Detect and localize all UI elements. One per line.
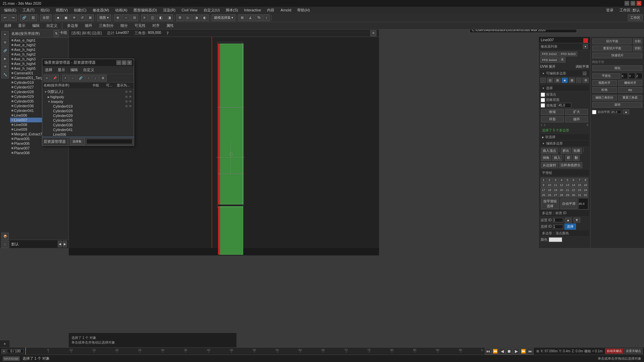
display-icon[interactable]: 👁 <box>1 63 9 70</box>
smooth-num-23[interactable]: 23 <box>577 188 582 192</box>
tb2-align[interactable]: 对齐 <box>150 22 162 29</box>
res-item[interactable]: Cylinder035 <box>42 118 134 123</box>
smooth-num-30[interactable]: 30 <box>571 193 576 197</box>
smooth-num-29[interactable]: 29 <box>565 193 571 197</box>
percent-snap[interactable]: % <box>255 14 263 21</box>
elem-mode-btn[interactable]: ⊠ <box>569 78 575 83</box>
outline-btn[interactable]: 轮廓 <box>572 148 582 154</box>
hinge-btn[interactable]: 沿样条线挤出 <box>559 162 582 168</box>
smooth-num-11[interactable]: 11 <box>553 183 558 187</box>
smooth-num-13[interactable]: 13 <box>565 183 571 187</box>
viewport-icon[interactable]: □ <box>1 241 9 248</box>
bevel-btn[interactable]: 倒角 <box>541 155 551 161</box>
select-by-vertex[interactable]: · <box>576 78 581 83</box>
res-link-btn[interactable]: 🔗 <box>76 75 85 81</box>
smooth-num-26[interactable]: 26 <box>547 193 552 197</box>
flip-btn[interactable]: 翻 <box>573 155 580 161</box>
smooth-num-2[interactable]: 2 <box>547 178 552 182</box>
smooth-num-10[interactable]: 10 <box>547 183 552 187</box>
view-dropdown[interactable]: 视图 ▾ <box>97 14 111 21</box>
res-settings-btn[interactable]: ⚙ <box>99 75 107 81</box>
stop-btn[interactable]: ⏹ <box>506 348 513 355</box>
redo-tri-btn[interactable]: 重置三角基 <box>618 95 643 101</box>
res-add-btn[interactable]: + <box>62 75 68 81</box>
menu-customize[interactable]: 自定义(U) <box>201 7 222 13</box>
view-align-btn[interactable]: 视图对齐 <box>592 80 617 86</box>
goto-start-btn[interactable]: ⏮ <box>485 348 491 355</box>
res-menu-customize[interactable]: 自定义 <box>82 67 96 73</box>
scene-sort-btn[interactable]: ⇅ <box>54 30 59 37</box>
material-btn[interactable]: ◨ <box>165 14 173 21</box>
tessellate-btn[interactable]: 细化 <box>592 65 642 71</box>
smooth-num-9[interactable]: 9 <box>541 183 546 187</box>
tb2-customize[interactable]: 自定义 <box>44 22 60 29</box>
menu-tools[interactable]: 工具(T) <box>20 7 37 13</box>
name-color-btn[interactable] <box>583 38 588 43</box>
ms-btn[interactable]: Rit <box>618 87 643 93</box>
smooth-num-6[interactable]: 6 <box>571 178 576 182</box>
set-id-down[interactable]: ▼ <box>574 218 580 223</box>
loop-btn[interactable]: 循环 <box>565 116 588 122</box>
smooth-num-25[interactable]: 25 <box>541 193 546 197</box>
workspace-btn[interactable]: 工作区 <box>628 14 643 21</box>
relax-btn[interactable]: 松弛 <box>592 87 617 93</box>
menu-view[interactable]: 视图(V) <box>53 7 71 13</box>
res-item[interactable]: lowpoly ⚙ 👁 <box>42 99 134 104</box>
z-input[interactable] <box>636 73 643 79</box>
res-item[interactable]: Cylinder029 <box>42 113 134 118</box>
reset-plane-btn[interactable]: 重置切片平面 <box>592 46 632 51</box>
smooth-num-4[interactable]: 4 <box>559 178 565 182</box>
grid-align-btn[interactable]: 栅格对齐 <box>618 80 643 86</box>
quickslice-btn[interactable]: 快速切片 <box>592 53 642 58</box>
shell-btn[interactable]: 壳 <box>559 57 566 63</box>
render-setup-btn[interactable]: ⚙ <box>176 14 184 21</box>
timeline-options-btn[interactable]: ≡ <box>1 349 6 354</box>
menu-render[interactable]: 渲染(R) <box>160 7 178 13</box>
tb2-polygon[interactable]: 多边形 <box>64 22 81 29</box>
res-item[interactable]: Cylinder019 ⚙ 👁 <box>42 104 134 109</box>
menu-help[interactable]: 帮助(H) <box>294 7 312 13</box>
res-del-btn[interactable]: − <box>69 75 76 81</box>
tb2-triangle[interactable]: 三角剖分 <box>96 22 116 29</box>
color-swatch[interactable] <box>549 237 562 242</box>
modify-icon[interactable]: ⚒ <box>1 39 9 46</box>
insert-btn[interactable]: 插入 <box>552 155 562 161</box>
auto-key-btn[interactable]: 自动关键点 <box>605 348 624 354</box>
vertex-mode-btn[interactable]: · <box>540 78 546 83</box>
res-close-btn[interactable]: × <box>44 75 50 81</box>
select-btn[interactable]: 全部 <box>40 14 52 21</box>
play-btn[interactable]: ▶ <box>513 348 520 355</box>
res-item[interactable]: Cylinder036 <box>42 123 134 127</box>
set-id-up[interactable]: ▲ <box>565 218 572 223</box>
angle-checkbox[interactable] <box>541 103 545 108</box>
tb2-subdivide[interactable]: 细分 <box>118 22 130 29</box>
close-button[interactable]: × <box>637 1 641 6</box>
smooth-num-22[interactable]: 22 <box>571 188 576 192</box>
mirror-btn[interactable]: ↔ <box>122 14 130 21</box>
timeline-track[interactable]: 0 5 10 15 20 25 30 35 40 45 50 55 60 65 … <box>25 348 483 355</box>
menu-arnold[interactable]: Arnold <box>278 7 294 13</box>
smooth-num-28[interactable]: 28 <box>559 193 565 197</box>
res-menu-display[interactable]: 显示 <box>56 67 66 73</box>
utilities-icon[interactable]: 🔧 <box>1 71 9 78</box>
res-menu-edit[interactable]: 编辑 <box>69 67 79 73</box>
smooth-num-17[interactable]: 17 <box>541 188 546 192</box>
res-item[interactable]: 0(默认人) ⚙ 👁 <box>42 89 134 95</box>
menu-modifier[interactable]: 修改器(M) <box>90 7 112 13</box>
render-btn[interactable]: ▷ <box>184 14 192 21</box>
maximize-button[interactable]: □ <box>631 1 635 6</box>
create-icon[interactable]: ✦ <box>1 31 9 38</box>
auto-flatten-up[interactable]: ▲ <box>623 110 629 114</box>
menu-graph-editor[interactable]: 图形编辑器(D) <box>131 7 160 13</box>
render-tools-btn[interactable]: ◐ <box>201 14 209 21</box>
angle-value-input[interactable] <box>558 103 571 108</box>
grow-btn[interactable]: 扩大 <box>565 109 588 115</box>
menu-workspace[interactable]: 工作区: 默认 <box>617 7 643 13</box>
tb2-visible[interactable]: 可见性 <box>132 22 148 29</box>
hierarchy-icon[interactable]: 🔗 <box>1 47 9 54</box>
select-id-input[interactable] <box>553 225 563 229</box>
smooth-num-8[interactable]: 8 <box>583 178 588 182</box>
select-region-btn[interactable]: ▣ <box>62 14 70 21</box>
poly-mode-btn[interactable]: ■ <box>562 78 567 83</box>
res-up-btn[interactable]: ↑ <box>86 75 92 81</box>
